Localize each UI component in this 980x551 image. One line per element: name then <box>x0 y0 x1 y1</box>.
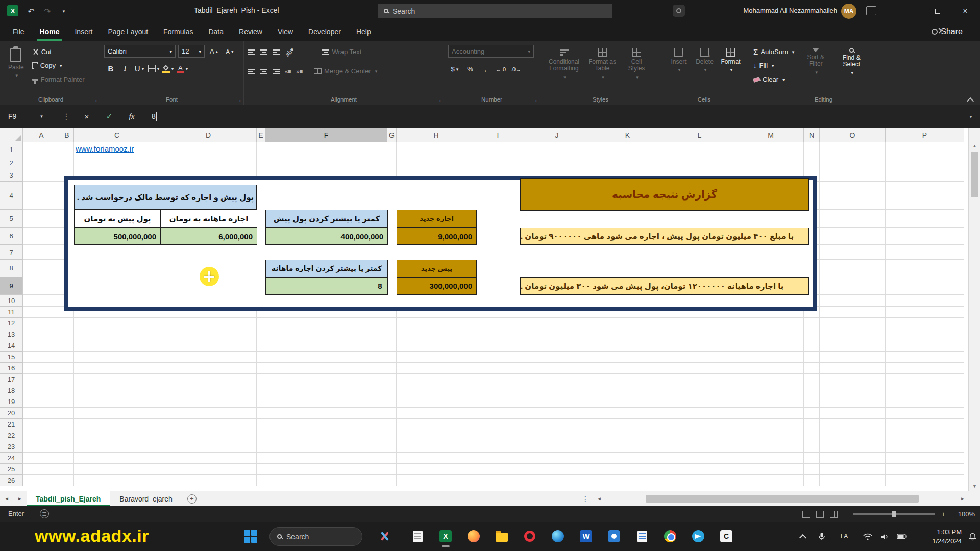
number-dialog-launcher-icon[interactable]: ⌟ <box>534 96 537 103</box>
speaker-icon[interactable] <box>878 522 892 551</box>
ribbon-tab-view[interactable]: View <box>270 22 301 41</box>
cell-f8[interactable]: کمتر یا بیشتر کردن اجاره ماهانه <box>265 260 388 277</box>
format-as-table-button[interactable]: Format as Table▾ <box>584 45 621 92</box>
sheet-tab-baravord_ejareh[interactable]: Baravord_ejareh <box>110 491 182 506</box>
underline-button[interactable]: U▾ <box>133 62 146 75</box>
name-box[interactable]: F9 ▾ <box>0 105 57 128</box>
ribbon-tab-formulas[interactable]: Formulas <box>156 22 201 41</box>
select-all-corner[interactable] <box>0 128 23 142</box>
bottom-align-icon[interactable] <box>273 49 280 55</box>
horizontal-scroll-thumb[interactable] <box>646 495 919 503</box>
telegram-icon[interactable] <box>691 529 705 543</box>
accessibility-icon[interactable]: ☰ <box>40 509 49 518</box>
decrease-decimal-button[interactable]: .0→ <box>509 63 523 76</box>
font-family-combo[interactable]: Calibri▾ <box>104 45 176 58</box>
ribbon-tab-insert[interactable]: Insert <box>67 22 100 41</box>
row-header-6[interactable]: 6 <box>0 228 23 245</box>
number-format-combo[interactable]: Accounting▾ <box>448 45 534 58</box>
zoom-out-button[interactable]: − <box>844 510 848 518</box>
ribbon-tab-page-layout[interactable]: Page Layout <box>100 22 156 41</box>
row-header-23[interactable]: 23 <box>0 441 23 453</box>
cell-c6[interactable]: 500,000,000 <box>74 228 161 245</box>
italic-button[interactable]: I <box>118 62 132 75</box>
expand-formula-bar-icon[interactable]: ▾ <box>962 114 980 119</box>
column-header-M[interactable]: M <box>738 128 804 142</box>
column-header-I[interactable]: I <box>476 128 520 142</box>
zoom-slider[interactable] <box>853 513 935 515</box>
undo-button[interactable]: ↶ <box>24 5 38 17</box>
borders-button[interactable]: ▾ <box>147 62 160 75</box>
increase-font-size-button[interactable]: A▴ <box>207 45 220 58</box>
row-header-7[interactable]: 7 <box>0 245 23 260</box>
row-header-4[interactable]: 4 <box>0 182 23 210</box>
paint-app-icon[interactable] <box>377 529 391 543</box>
vertical-scroll-thumb[interactable] <box>971 152 978 197</box>
column-header-O[interactable]: O <box>820 128 886 142</box>
clock[interactable]: 1:03 PM 1/24/2024 <box>915 522 964 551</box>
font-color-button[interactable]: A▾ <box>176 62 189 75</box>
decrease-font-size-button[interactable]: A▾ <box>223 45 236 58</box>
row-header-25[interactable]: 25 <box>0 464 23 475</box>
fill-color-button[interactable]: ▾ <box>161 62 175 75</box>
cell-f9-active[interactable]: 8 <box>265 277 388 295</box>
column-header-F[interactable]: F <box>265 128 387 142</box>
ribbon-tab-data[interactable]: Data <box>201 22 231 41</box>
clipboard-dialog-launcher-icon[interactable]: ⌟ <box>94 96 97 103</box>
start-button[interactable] <box>244 530 257 543</box>
row-header-8[interactable]: 8 <box>0 260 23 277</box>
column-header-K[interactable]: K <box>594 128 662 142</box>
cell-c5[interactable]: پول پیش به تومان <box>74 210 161 228</box>
quick-access-toolbar-men[interactable]: ▾ <box>57 5 70 17</box>
orientation-button[interactable]: ab▾ <box>284 46 296 58</box>
word-icon[interactable]: W <box>579 529 593 543</box>
insert-function-button[interactable]: fx <box>120 105 143 128</box>
battery-icon[interactable] <box>894 522 910 551</box>
align-left-icon[interactable] <box>248 69 255 74</box>
row-header-19[interactable]: 19 <box>0 396 23 408</box>
zoom-percentage[interactable]: 100% <box>951 510 975 518</box>
next-sheet-icon[interactable]: ► <box>13 491 27 506</box>
cell-h6[interactable]: 9,000,000 <box>397 228 477 245</box>
column-header-D[interactable]: D <box>160 128 257 142</box>
folder-icon[interactable] <box>495 529 509 543</box>
comma-style-button[interactable]: , <box>479 63 492 76</box>
paste-button[interactable]: Paste▾ <box>6 45 26 92</box>
horizontal-scrollbar[interactable]: ◄ ► <box>595 493 967 505</box>
row-header-11[interactable]: 11 <box>0 307 23 318</box>
row-header-5[interactable]: 5 <box>0 210 23 228</box>
font-size-combo[interactable]: 12▾ <box>178 45 205 58</box>
wifi-icon[interactable] <box>861 522 875 551</box>
cell-d6[interactable]: 6,000,000 <box>160 228 257 245</box>
ribbon-tab-review[interactable]: Review <box>231 22 270 41</box>
collapse-ribbon-icon[interactable] <box>967 98 974 102</box>
cell-blue-header[interactable]: پول پیش و اجاره که توسط مالک درخواست شد … <box>74 185 257 210</box>
hidden-icons-chevron[interactable] <box>796 522 810 551</box>
row-header-3[interactable]: 3 <box>0 169 23 182</box>
file-app-icon[interactable] <box>410 529 425 543</box>
align-right-icon[interactable] <box>273 69 280 74</box>
row-header-18[interactable]: 18 <box>0 385 23 396</box>
screen-capture-icon[interactable] <box>673 5 685 17</box>
page-layout-view-button[interactable] <box>816 511 824 518</box>
scroll-left-icon[interactable]: ◄ <box>597 496 602 502</box>
column-header-C[interactable]: C <box>74 128 160 142</box>
notification-bell-icon[interactable] <box>966 522 979 551</box>
row-header-2[interactable]: 2 <box>0 157 23 169</box>
minimize-button[interactable] <box>902 0 926 22</box>
cell-h5[interactable]: اجاره جدید <box>397 210 477 228</box>
avatar[interactable]: MA <box>841 4 856 19</box>
row-header-20[interactable]: 20 <box>0 408 23 419</box>
column-header-A[interactable]: A <box>23 128 60 142</box>
notes-app-icon[interactable] <box>635 529 649 543</box>
ribbon-display-options-icon[interactable] <box>866 6 876 15</box>
cell-report-title[interactable]: گزارش نتیجه محاسبه <box>520 178 809 211</box>
close-button[interactable]: × <box>953 0 977 22</box>
conditional-formatting-button[interactable]: Conditional Formatting▾ <box>544 45 584 92</box>
share-button[interactable]: Share <box>926 25 968 38</box>
row-header-24[interactable]: 24 <box>0 453 23 464</box>
column-header-N[interactable]: N <box>804 128 820 142</box>
taskbar-search[interactable]: Search <box>270 527 362 546</box>
restore-button[interactable] <box>926 0 949 22</box>
cell-h8[interactable]: پیش جدید <box>397 260 477 277</box>
formula-input[interactable]: 8 <box>143 105 962 128</box>
